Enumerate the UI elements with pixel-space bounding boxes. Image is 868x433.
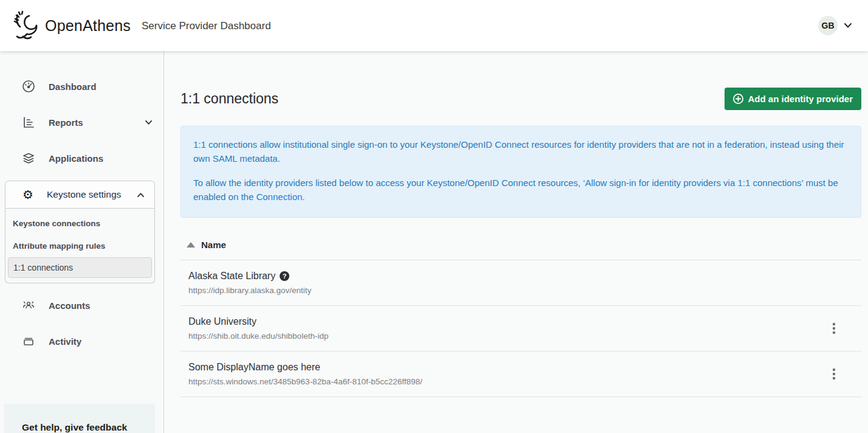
provider-url: https://shib.oit.duke.edu/shibboleth-idp xyxy=(188,331,825,341)
user-menu-chevron-down-icon[interactable] xyxy=(844,23,852,29)
user-avatar[interactable]: GB xyxy=(818,16,838,35)
sidebar-item-label: Applications xyxy=(49,153,103,164)
brand-name: OpenAthens xyxy=(45,17,131,35)
provider-name: Alaska State Library xyxy=(188,271,275,282)
sidebar-item-reports[interactable]: Reports xyxy=(0,109,164,136)
help-question-icon[interactable]: ? xyxy=(280,271,289,281)
app-title: Service Provider Dashboard xyxy=(142,19,271,32)
page-title: 1:1 connections xyxy=(181,91,278,107)
openathens-logo-icon xyxy=(11,10,40,41)
provider-url: https://sts.windows.net/3485b963-82ba-4a… xyxy=(188,377,825,386)
sidebar-item-label: Reports xyxy=(49,117,83,128)
inbox-icon xyxy=(22,334,35,348)
keystone-submenu: Keystone connections Attribute mapping r… xyxy=(5,209,155,283)
connection-link[interactable]: Connection. xyxy=(256,192,305,202)
sidebar-item-applications[interactable]: Applications xyxy=(0,145,164,171)
submenu-item-attribute-mapping-rules[interactable]: Attribute mapping rules xyxy=(8,235,152,257)
table-row[interactable]: Duke University https://shib.oit.duke.ed… xyxy=(181,306,861,352)
help-panel: Get help, give feedback or report a prob… xyxy=(4,404,155,433)
gauge-icon xyxy=(22,80,35,93)
sidebar-item-label: Keystone settings xyxy=(47,189,121,200)
sidebar-item-label: Activity xyxy=(49,336,81,347)
sidebar: Dashboard Reports xyxy=(0,51,164,433)
column-header-name[interactable]: Name xyxy=(201,240,226,250)
main-content: 1:1 connections Add an identity provider… xyxy=(164,51,868,433)
plus-circle-icon xyxy=(733,94,743,104)
sidebar-item-keystone-settings[interactable]: ⚙ Keystone settings xyxy=(5,181,155,209)
table-row[interactable]: Alaska State Library ? https://idp.libra… xyxy=(181,260,861,306)
help-text: Get help, give feedback or report a prob… xyxy=(22,421,138,433)
table-header: Name xyxy=(181,240,861,260)
row-menu-kebab-icon[interactable] xyxy=(825,319,843,338)
info-paragraph-1: 1:1 connections allow institutional sing… xyxy=(193,137,849,166)
provider-name: Some DisplayName goes here xyxy=(188,362,320,373)
gear-icon: ⚙ xyxy=(22,189,33,201)
add-identity-provider-button[interactable]: Add an identity provider xyxy=(725,88,861,110)
provider-name: Duke University xyxy=(188,316,257,327)
layers-icon xyxy=(22,151,35,165)
sidebar-item-accounts[interactable]: Accounts xyxy=(0,292,164,319)
info-banner: 1:1 connections allow institutional sing… xyxy=(181,126,861,218)
bar-chart-icon xyxy=(22,116,35,129)
provider-url: https://idp.library.alaska.gov/entity xyxy=(188,286,861,295)
sort-ascending-icon[interactable] xyxy=(187,242,195,248)
sidebar-item-label: Accounts xyxy=(49,300,90,311)
chevron-up-icon xyxy=(137,192,145,198)
table-row[interactable]: Some DisplayName goes here https://sts.w… xyxy=(181,352,861,397)
chevron-down-icon xyxy=(145,120,153,125)
top-header: OpenAthens Service Provider Dashboard GB xyxy=(0,0,868,51)
sidebar-item-activity[interactable]: Activity xyxy=(0,328,164,355)
brand: OpenAthens xyxy=(11,10,131,41)
info-paragraph-2: To allow the identity providers listed b… xyxy=(193,176,849,204)
submenu-item-keystone-connections[interactable]: Keystone connections xyxy=(8,212,152,235)
submenu-item-1-1-connections[interactable]: 1:1 connections xyxy=(8,257,152,278)
connections-table: Name Alaska State Library ? https://idp.… xyxy=(181,240,861,397)
add-button-label: Add an identity provider xyxy=(748,94,853,104)
sidebar-item-dashboard[interactable]: Dashboard xyxy=(0,73,164,100)
row-menu-kebab-icon[interactable] xyxy=(825,365,843,383)
sidebar-item-label: Dashboard xyxy=(49,81,96,92)
keystone-settings-group: ⚙ Keystone settings Keystone connections… xyxy=(5,181,155,283)
people-icon xyxy=(22,299,35,312)
